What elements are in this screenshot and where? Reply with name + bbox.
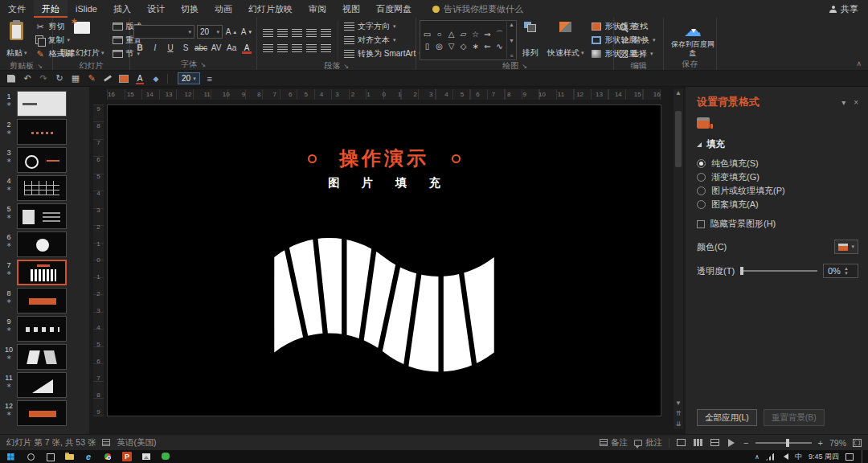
justify-button[interactable] [304, 42, 318, 55]
qat-save-icon[interactable] [5, 72, 18, 85]
shapes-scroll-down-icon[interactable]: ▼ [509, 38, 514, 43]
select-button[interactable]: 选择▾ [617, 47, 658, 60]
quick-styles-button[interactable]: 快速样式▾ [544, 20, 588, 60]
tray-expand-icon[interactable]: ∧ [755, 453, 760, 461]
fill-section-header[interactable]: 填充 [697, 138, 858, 150]
tab-百度网盘[interactable]: 百度网盘 [368, 0, 420, 18]
tab-幻灯片放映[interactable]: 幻灯片放映 [240, 0, 301, 18]
slide-thumbnail-10[interactable]: 10∗ [2, 343, 88, 371]
slide-thumbnail-2[interactable]: 2∗ [2, 118, 88, 146]
qat-more-icon[interactable]: ≡ [203, 72, 216, 85]
tab-插入[interactable]: 插入 [105, 0, 139, 18]
slide-subtitle[interactable]: 图 片 填 充 [108, 176, 661, 191]
notes-toggle[interactable]: 备注 [600, 437, 628, 449]
reading-view-button[interactable] [710, 438, 720, 447]
comments-toggle[interactable]: 批注 [634, 437, 662, 449]
numbering-button[interactable] [275, 27, 289, 39]
text-shadow-button[interactable]: S [179, 41, 192, 54]
find-button[interactable]: 查找 [617, 20, 658, 33]
shape-icon[interactable]: ◇ [458, 41, 469, 52]
align-left-button[interactable] [260, 42, 275, 55]
slide-thumbnail-9[interactable]: 9∗ [2, 315, 88, 343]
shape-icon[interactable]: ⇒ [482, 29, 493, 40]
shape-icon[interactable]: ⇐ [482, 41, 493, 52]
taskbar-wechat-icon[interactable] [156, 450, 175, 463]
action-center-icon[interactable] [845, 453, 854, 461]
tab-视图[interactable]: 视图 [334, 0, 368, 18]
slide-canvas[interactable]: 操作演示 图 片 填 充 [107, 104, 661, 416]
previous-slide-button[interactable]: ⇈ [676, 410, 682, 417]
fill-bucket-icon[interactable] [697, 117, 710, 129]
transparency-slider[interactable] [740, 270, 817, 272]
slide-thumbnail-11[interactable]: 11∗ [2, 371, 88, 399]
show-desktop-button[interactable] [862, 450, 864, 463]
change-case-button[interactable]: Aa [225, 41, 238, 54]
share-button[interactable]: 共享 [829, 0, 868, 18]
shapes-gallery[interactable]: ▭○△▱☆⇒⌒ ▯◎▽◇∗⇐∿ ▲ ▼ ≡ [420, 20, 517, 60]
shape-icon[interactable]: ∗ [470, 41, 481, 52]
increase-indent-button[interactable] [304, 27, 318, 39]
slide-thumbnail-12[interactable]: 12∗ [2, 399, 88, 428]
slider-handle[interactable] [740, 267, 743, 275]
clock[interactable]: 9:45 周四 [809, 452, 839, 462]
slide-thumbnail-7[interactable]: 7∗ [2, 259, 88, 287]
strikethrough-button[interactable]: abc [194, 41, 207, 54]
taskbar-powerpoint-icon[interactable] [117, 450, 137, 463]
clipboard-dialog-launcher[interactable]: ↘ [37, 63, 43, 70]
language-indicator[interactable]: 英语(美国) [117, 437, 156, 449]
underline-button[interactable]: U [164, 41, 177, 54]
color-picker-button[interactable]: ▾ [834, 240, 858, 254]
tab-开始[interactable]: 开始 [34, 0, 68, 18]
qat-undo-icon[interactable]: ↶ [21, 72, 34, 85]
zoom-slider[interactable] [755, 442, 812, 444]
qat-fill-color-icon[interactable] [117, 72, 130, 85]
qat-redo-icon[interactable]: ↷ [37, 72, 50, 85]
new-slide-button[interactable]: 新建幻灯片▾ [56, 20, 108, 60]
slide-thumbnail-3[interactable]: 3∗ [2, 146, 88, 174]
spin-down-icon[interactable]: ▼ [844, 271, 849, 276]
taskbar-chrome-icon[interactable] [98, 450, 117, 463]
qat-eyedropper-icon[interactable]: ◆ [149, 72, 162, 85]
shape-icon[interactable]: ▽ [446, 41, 457, 52]
slide-title-block[interactable]: 操作演示 [108, 145, 661, 171]
next-slide-button[interactable]: ⇊ [676, 420, 682, 428]
zoom-level[interactable]: 79% [829, 438, 846, 448]
canvas-scrollbar[interactable]: ▲ ▼ ⇈ ⇊ [674, 89, 683, 429]
bullets-button[interactable] [260, 27, 275, 39]
tab-动画[interactable]: 动画 [207, 0, 240, 18]
line-spacing-button[interactable] [318, 27, 333, 39]
panel-options-icon[interactable]: ▾ [841, 98, 845, 107]
italic-button[interactable]: I [149, 41, 162, 54]
flag-image[interactable] [264, 224, 505, 383]
volume-icon[interactable] [780, 453, 788, 460]
align-text-button[interactable]: 对齐文本▾ [342, 34, 424, 47]
slide-thumbnail-8[interactable]: 8∗ [2, 287, 88, 315]
bold-button[interactable]: B [133, 41, 146, 54]
fill-option[interactable]: 图案填充(A) [697, 198, 858, 211]
slide-thumbnail-6[interactable]: 6∗ [2, 231, 88, 259]
fill-option[interactable]: 图片或纹理填充(P) [697, 184, 858, 198]
tab-切换[interactable]: 切换 [173, 0, 207, 18]
tab-文件[interactable]: 文件 [0, 0, 34, 18]
font-color-button[interactable]: A [240, 41, 253, 54]
taskbar-task-view-icon[interactable] [40, 450, 59, 463]
taskbar-edge-icon[interactable] [79, 450, 98, 463]
scroll-down-icon[interactable]: ▼ [675, 399, 682, 407]
spellcheck-icon[interactable] [102, 439, 110, 446]
qat-refresh-icon[interactable]: ↻ [53, 72, 66, 85]
taskbar-file-explorer-icon[interactable] [59, 450, 79, 463]
shape-icon[interactable]: △ [446, 29, 457, 40]
taskbar-search-icon[interactable] [21, 450, 40, 463]
character-spacing-button[interactable]: AV [210, 41, 223, 54]
paste-button[interactable]: 粘贴▾ [3, 20, 31, 60]
align-right-button[interactable] [289, 42, 304, 55]
shapes-more-icon[interactable]: ≡ [509, 53, 514, 59]
replace-button[interactable]: ⇄替换▾ [617, 34, 658, 47]
scroll-up-icon[interactable]: ▲ [675, 89, 682, 96]
columns-button[interactable] [318, 42, 333, 55]
shape-icon[interactable]: ▭ [422, 29, 432, 40]
grow-font-button[interactable]: A▲ [225, 26, 238, 39]
fit-slide-button[interactable] [853, 439, 862, 447]
slideshow-button[interactable] [727, 438, 737, 447]
qat-font-color-icon[interactable]: A [133, 72, 146, 85]
